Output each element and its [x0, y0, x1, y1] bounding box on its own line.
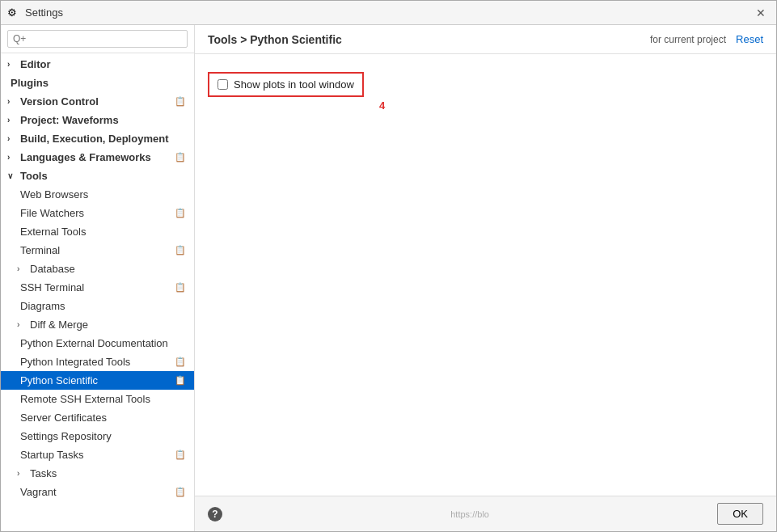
- sidebar-item-build-execution[interactable]: › Build, Execution, Deployment: [1, 129, 194, 148]
- arrow-icon: ›: [17, 320, 27, 329]
- sidebar-item-settings-repo[interactable]: Settings Repository: [1, 427, 194, 445]
- sidebar-item-label: Startup Tasks: [20, 449, 84, 461]
- sidebar-item-ssh-terminal[interactable]: SSH Terminal 📋: [1, 278, 194, 297]
- sidebar-item-tasks[interactable]: › Tasks: [1, 464, 194, 483]
- overlay-icon: 📋: [175, 96, 186, 107]
- sidebar-item-label: Python Integrated Tools: [20, 356, 130, 368]
- search-box: [1, 25, 194, 53]
- arrow-icon: ∨: [7, 171, 17, 180]
- main-header: Tools > Python Scientific for current pr…: [195, 25, 776, 54]
- bottom-bar: ? https://blo OK: [195, 496, 776, 531]
- overlay-icon: 📋: [175, 152, 186, 163]
- sidebar-item-languages-frameworks[interactable]: › Languages & Frameworks 📋: [1, 148, 194, 167]
- sidebar-item-label: Terminal: [20, 244, 60, 256]
- sidebar-item-label: Server Certificates: [20, 412, 107, 424]
- show-plots-label: Show plots in tool window: [234, 78, 354, 91]
- checkbox-container: Show plots in tool window: [208, 72, 364, 97]
- sidebar-item-editor[interactable]: › Editor: [1, 55, 194, 74]
- sidebar-item-label: Editor: [20, 58, 51, 70]
- for-project-label: for current project: [650, 34, 726, 45]
- overlay-icon: 📋: [175, 450, 186, 460]
- show-plots-checkbox-row: Show plots in tool window: [208, 72, 364, 97]
- sidebar-item-label: Python External Documentation: [20, 337, 168, 349]
- sidebar-item-label: Build, Execution, Deployment: [20, 133, 168, 145]
- close-button[interactable]: ✕: [752, 5, 770, 21]
- sidebar-item-database[interactable]: › Database: [1, 260, 194, 278]
- overlay-icon: 📋: [175, 282, 186, 293]
- show-plots-checkbox[interactable]: [217, 79, 228, 90]
- sidebar-item-remote-ssh[interactable]: Remote SSH External Tools: [1, 390, 194, 408]
- arrow-icon: ›: [7, 116, 17, 125]
- help-button[interactable]: ?: [208, 507, 222, 521]
- arrow-icon: ›: [7, 153, 17, 162]
- sidebar-item-label: Version Control: [20, 95, 99, 108]
- sidebar-item-label: Project: Waveforms: [20, 114, 119, 126]
- sidebar-item-project-waveforms[interactable]: › Project: Waveforms: [1, 111, 194, 129]
- annotation-4: 4: [379, 99, 385, 112]
- watermark-text: https://blo: [450, 509, 489, 519]
- reset-button[interactable]: Reset: [736, 33, 763, 45]
- sidebar-item-tools[interactable]: ∨ Tools: [1, 167, 194, 185]
- settings-window: ⚙ Settings ✕ › Editor Plugins › Version …: [0, 0, 777, 532]
- main-header-titles: Tools > Python Scientific: [208, 33, 342, 46]
- sidebar-item-label: File Watchers: [20, 207, 84, 219]
- sidebar-item-label: Vagrant: [20, 486, 57, 498]
- overlay-icon: 📋: [175, 375, 186, 386]
- sidebar-item-label: Settings Repository: [20, 430, 112, 442]
- arrow-icon: ›: [17, 469, 27, 478]
- sidebar-item-label: Web Browsers: [20, 188, 88, 201]
- sidebar-item-startup-tasks[interactable]: Startup Tasks 📋: [1, 445, 194, 464]
- arrow-icon: ›: [17, 264, 27, 273]
- sidebar-item-label: Plugins: [11, 77, 49, 89]
- window-title: Settings: [25, 6, 63, 19]
- sidebar-item-label: Database: [30, 263, 75, 275]
- sidebar-item-label: Diff & Merge: [30, 319, 88, 331]
- title-bar-left: ⚙ Settings: [7, 6, 63, 19]
- sidebar-item-label: External Tools: [20, 226, 86, 238]
- header-right: for current project Reset: [650, 33, 763, 45]
- sidebar-item-label: Diagrams: [20, 300, 65, 312]
- sidebar-item-terminal[interactable]: Terminal 📋: [1, 241, 194, 260]
- sidebar: › Editor Plugins › Version Control 📋 › P…: [1, 25, 195, 531]
- settings-app-icon: ⚙: [7, 6, 20, 19]
- sidebar-item-label: Languages & Frameworks: [20, 151, 151, 163]
- overlay-icon: 📋: [175, 208, 186, 218]
- overlay-icon: 📋: [175, 357, 186, 367]
- sidebar-item-label: Tools: [20, 170, 48, 182]
- window-body: › Editor Plugins › Version Control 📋 › P…: [1, 25, 776, 531]
- sidebar-item-label: SSH Terminal: [20, 281, 84, 293]
- sidebar-item-file-watchers[interactable]: File Watchers 📋: [1, 204, 194, 222]
- sidebar-item-server-certs[interactable]: Server Certificates: [1, 408, 194, 427]
- main-body: 4 Show plots in tool window: [195, 54, 776, 496]
- sidebar-item-diff-merge[interactable]: › Diff & Merge: [1, 315, 194, 334]
- sidebar-item-python-integrated-tools[interactable]: Python Integrated Tools 📋: [1, 353, 194, 371]
- arrow-icon: ›: [7, 60, 17, 69]
- sidebar-item-web-browsers[interactable]: Web Browsers: [1, 185, 194, 204]
- arrow-icon: ›: [7, 97, 17, 106]
- sidebar-item-label: Remote SSH External Tools: [20, 393, 150, 405]
- sidebar-item-diagrams[interactable]: Diagrams: [1, 297, 194, 315]
- sidebar-item-label: Python Scientific: [20, 374, 98, 386]
- main-section-title: Tools > Python Scientific: [208, 33, 342, 46]
- main-content: Tools > Python Scientific for current pr…: [195, 25, 776, 531]
- sidebar-item-external-tools[interactable]: External Tools: [1, 222, 194, 241]
- sidebar-item-python-scientific[interactable]: Python Scientific 📋 3: [1, 371, 194, 390]
- sidebar-item-python-external-doc[interactable]: Python External Documentation: [1, 334, 194, 353]
- arrow-icon: ›: [7, 134, 17, 143]
- overlay-icon: 📋: [175, 245, 186, 255]
- search-input[interactable]: [7, 30, 188, 48]
- overlay-icon: 📋: [175, 487, 186, 497]
- sidebar-item-version-control[interactable]: › Version Control 📋: [1, 92, 194, 111]
- nav-list: › Editor Plugins › Version Control 📋 › P…: [1, 53, 194, 531]
- sidebar-item-label: Tasks: [30, 467, 57, 479]
- sidebar-item-plugins[interactable]: Plugins: [1, 74, 194, 92]
- sidebar-item-vagrant[interactable]: Vagrant 📋: [1, 483, 194, 501]
- ok-button[interactable]: OK: [717, 503, 763, 525]
- title-bar: ⚙ Settings ✕: [1, 1, 776, 25]
